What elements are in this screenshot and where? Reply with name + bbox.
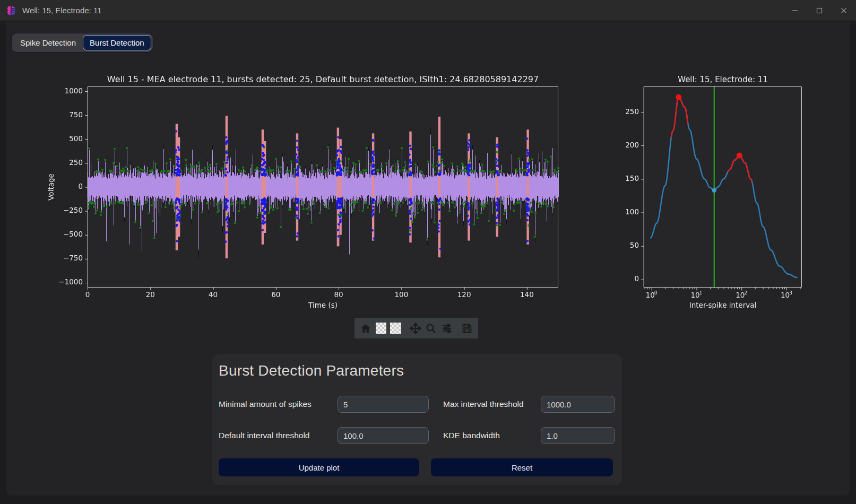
save-icon[interactable] (461, 322, 473, 335)
maximize-button[interactable] (807, 0, 832, 21)
brain-app-icon (5, 4, 18, 17)
tab-spike-detection[interactable]: Spike Detection (13, 35, 83, 50)
forward-icon-disabled (390, 323, 401, 334)
update-plot-button[interactable]: Update plot (219, 458, 419, 476)
label-max-interval: Max interval threshold (429, 399, 541, 409)
close-button[interactable] (832, 0, 856, 21)
configure-subplots-icon[interactable] (441, 322, 453, 335)
content-area: Spike Detection Burst Detection (6, 22, 850, 496)
input-default-interval[interactable] (338, 427, 429, 444)
reset-button[interactable]: Reset (431, 458, 613, 476)
label-minimal-spikes: Minimal amount of spikes (219, 399, 338, 409)
label-default-interval: Default interval threshold (219, 431, 338, 440)
home-icon[interactable] (360, 322, 372, 335)
input-minimal-spikes[interactable] (338, 396, 429, 413)
app-window: Well: 15, Electrode: 11 Spike Detection … (0, 0, 856, 504)
pan-icon[interactable] (409, 322, 421, 335)
input-kde-bandwidth[interactable] (541, 427, 615, 444)
title-bar: Well: 15, Electrode: 11 (0, 0, 856, 21)
mpl-toolbar (354, 318, 478, 338)
burst-parameters-panel: Burst Detection Parameters Minimal amoun… (212, 354, 622, 485)
minimize-button[interactable] (783, 0, 807, 21)
label-kde-bandwidth: KDE bandwidth (429, 431, 541, 440)
tab-bar: Spike Detection Burst Detection (12, 33, 153, 52)
back-icon-disabled (376, 323, 387, 334)
input-max-interval[interactable] (541, 396, 615, 413)
window-title: Well: 15, Electrode: 11 (22, 6, 102, 15)
tab-burst-detection[interactable]: Burst Detection (83, 35, 151, 50)
figure-canvas[interactable] (13, 60, 841, 316)
panel-title: Burst Detection Parameters (219, 362, 616, 379)
zoom-icon[interactable] (425, 322, 437, 335)
